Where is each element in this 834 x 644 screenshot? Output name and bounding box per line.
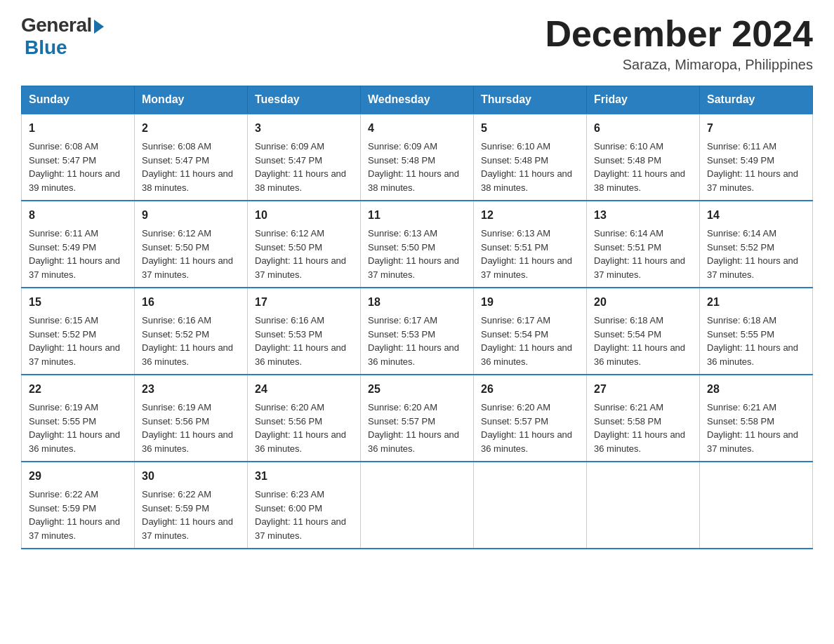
sunrise-label: Sunrise: 6:14 AM — [707, 228, 776, 239]
sunrise-label: Sunrise: 6:11 AM — [29, 228, 98, 239]
calendar-cell: 1 Sunrise: 6:08 AM Sunset: 5:47 PM Dayli… — [22, 114, 135, 201]
sunrise-label: Sunrise: 6:20 AM — [368, 402, 437, 412]
sunset-label: Sunset: 5:52 PM — [29, 329, 96, 340]
column-header-wednesday: Wednesday — [361, 86, 474, 114]
calendar-cell: 29 Sunrise: 6:22 AM Sunset: 5:59 PM Dayl… — [22, 462, 135, 549]
daylight-label: Daylight: 11 hours and 36 minutes. — [594, 342, 685, 367]
logo-arrow-icon — [94, 20, 104, 34]
sunrise-label: Sunrise: 6:19 AM — [142, 402, 211, 412]
sunrise-label: Sunrise: 6:23 AM — [255, 489, 324, 499]
calendar-title: December 2024 — [545, 14, 813, 54]
day-number: 19 — [481, 294, 579, 311]
day-number: 3 — [255, 120, 353, 137]
sunrise-label: Sunrise: 6:16 AM — [142, 315, 211, 326]
sunrise-label: Sunrise: 6:09 AM — [368, 141, 437, 152]
day-number: 16 — [142, 294, 240, 311]
sunset-label: Sunset: 5:53 PM — [255, 329, 322, 340]
daylight-label: Daylight: 11 hours and 36 minutes. — [707, 342, 798, 367]
sunrise-label: Sunrise: 6:17 AM — [481, 315, 550, 326]
daylight-label: Daylight: 11 hours and 38 minutes. — [368, 168, 459, 193]
column-header-friday: Friday — [587, 86, 700, 114]
calendar-cell: 27 Sunrise: 6:21 AM Sunset: 5:58 PM Dayl… — [587, 375, 700, 462]
calendar-cell: 19 Sunrise: 6:17 AM Sunset: 5:54 PM Dayl… — [474, 288, 587, 375]
calendar-week-row: 29 Sunrise: 6:22 AM Sunset: 5:59 PM Dayl… — [22, 462, 813, 549]
calendar-cell: 16 Sunrise: 6:16 AM Sunset: 5:52 PM Dayl… — [135, 288, 248, 375]
sunset-label: Sunset: 5:47 PM — [255, 155, 322, 166]
sunset-label: Sunset: 6:00 PM — [255, 503, 322, 514]
sunset-label: Sunset: 5:56 PM — [255, 416, 322, 427]
calendar-table: SundayMondayTuesdayWednesdayThursdayFrid… — [21, 86, 813, 549]
calendar-cell — [474, 462, 587, 549]
day-number: 26 — [481, 381, 579, 398]
day-number: 9 — [142, 207, 240, 224]
daylight-label: Daylight: 11 hours and 36 minutes. — [29, 429, 120, 454]
sunrise-label: Sunrise: 6:20 AM — [255, 402, 324, 412]
page-header: General Blue December 2024 Saraza, Mimar… — [21, 14, 813, 73]
sunrise-label: Sunrise: 6:16 AM — [255, 315, 324, 326]
daylight-label: Daylight: 11 hours and 37 minutes. — [29, 255, 120, 280]
calendar-cell: 13 Sunrise: 6:14 AM Sunset: 5:51 PM Dayl… — [587, 201, 700, 288]
sunset-label: Sunset: 5:49 PM — [29, 242, 96, 253]
calendar-cell — [700, 462, 813, 549]
calendar-cell: 15 Sunrise: 6:15 AM Sunset: 5:52 PM Dayl… — [22, 288, 135, 375]
sunset-label: Sunset: 5:57 PM — [368, 416, 435, 427]
daylight-label: Daylight: 11 hours and 36 minutes. — [481, 342, 572, 367]
calendar-cell: 21 Sunrise: 6:18 AM Sunset: 5:55 PM Dayl… — [700, 288, 813, 375]
sunset-label: Sunset: 5:50 PM — [368, 242, 435, 253]
calendar-header-row: SundayMondayTuesdayWednesdayThursdayFrid… — [22, 86, 813, 114]
day-number: 31 — [255, 468, 353, 485]
daylight-label: Daylight: 11 hours and 37 minutes. — [481, 255, 572, 280]
sunset-label: Sunset: 5:47 PM — [29, 155, 96, 166]
day-number: 21 — [707, 294, 805, 311]
day-number: 13 — [594, 207, 692, 224]
calendar-cell: 24 Sunrise: 6:20 AM Sunset: 5:56 PM Dayl… — [248, 375, 361, 462]
day-number: 14 — [707, 207, 805, 224]
title-block: December 2024 Saraza, Mimaropa, Philippi… — [545, 14, 813, 73]
calendar-cell: 22 Sunrise: 6:19 AM Sunset: 5:55 PM Dayl… — [22, 375, 135, 462]
sunrise-label: Sunrise: 6:19 AM — [29, 402, 98, 412]
day-number: 17 — [255, 294, 353, 311]
day-number: 10 — [255, 207, 353, 224]
calendar-cell: 20 Sunrise: 6:18 AM Sunset: 5:54 PM Dayl… — [587, 288, 700, 375]
daylight-label: Daylight: 11 hours and 37 minutes. — [29, 516, 120, 541]
column-header-monday: Monday — [135, 86, 248, 114]
sunset-label: Sunset: 5:57 PM — [481, 416, 548, 427]
sunrise-label: Sunrise: 6:13 AM — [481, 228, 550, 239]
day-number: 20 — [594, 294, 692, 311]
sunset-label: Sunset: 5:54 PM — [594, 329, 661, 340]
daylight-label: Daylight: 11 hours and 37 minutes. — [142, 516, 233, 541]
daylight-label: Daylight: 11 hours and 37 minutes. — [707, 429, 798, 454]
calendar-cell — [361, 462, 474, 549]
logo: General Blue — [21, 14, 104, 59]
column-header-tuesday: Tuesday — [248, 86, 361, 114]
day-number: 18 — [368, 294, 466, 311]
daylight-label: Daylight: 11 hours and 36 minutes. — [142, 342, 233, 367]
day-number: 11 — [368, 207, 466, 224]
calendar-cell: 2 Sunrise: 6:08 AM Sunset: 5:47 PM Dayli… — [135, 114, 248, 201]
sunrise-label: Sunrise: 6:18 AM — [707, 315, 776, 326]
daylight-label: Daylight: 11 hours and 37 minutes. — [255, 516, 346, 541]
sunrise-label: Sunrise: 6:10 AM — [481, 141, 550, 152]
calendar-cell: 28 Sunrise: 6:21 AM Sunset: 5:58 PM Dayl… — [700, 375, 813, 462]
day-number: 12 — [481, 207, 579, 224]
sunrise-label: Sunrise: 6:12 AM — [255, 228, 324, 239]
day-number: 7 — [707, 120, 805, 137]
sunrise-label: Sunrise: 6:22 AM — [29, 489, 98, 499]
daylight-label: Daylight: 11 hours and 37 minutes. — [29, 342, 120, 367]
calendar-cell: 7 Sunrise: 6:11 AM Sunset: 5:49 PM Dayli… — [700, 114, 813, 201]
calendar-cell: 26 Sunrise: 6:20 AM Sunset: 5:57 PM Dayl… — [474, 375, 587, 462]
sunset-label: Sunset: 5:59 PM — [142, 503, 209, 514]
sunrise-label: Sunrise: 6:21 AM — [594, 402, 663, 412]
day-number: 4 — [368, 120, 466, 137]
sunrise-label: Sunrise: 6:12 AM — [142, 228, 211, 239]
day-number: 6 — [594, 120, 692, 137]
day-number: 23 — [142, 381, 240, 398]
sunrise-label: Sunrise: 6:08 AM — [142, 141, 211, 152]
calendar-cell: 6 Sunrise: 6:10 AM Sunset: 5:48 PM Dayli… — [587, 114, 700, 201]
day-number: 28 — [707, 381, 805, 398]
sunrise-label: Sunrise: 6:21 AM — [707, 402, 776, 412]
daylight-label: Daylight: 11 hours and 37 minutes. — [594, 255, 685, 280]
sunrise-label: Sunrise: 6:14 AM — [594, 228, 663, 239]
calendar-cell: 5 Sunrise: 6:10 AM Sunset: 5:48 PM Dayli… — [474, 114, 587, 201]
daylight-label: Daylight: 11 hours and 37 minutes. — [255, 255, 346, 280]
